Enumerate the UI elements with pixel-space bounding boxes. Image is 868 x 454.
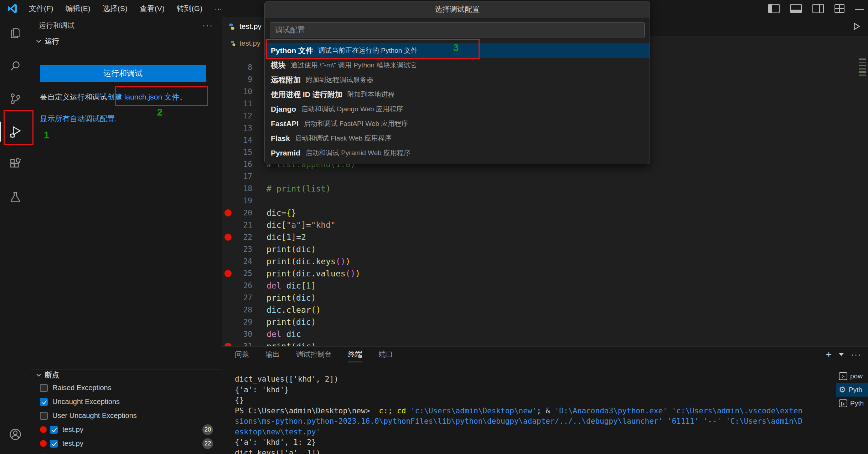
breakpoint-checkbox[interactable] bbox=[40, 398, 48, 406]
code-line: 27 print(dic) bbox=[222, 292, 868, 304]
panel-tab[interactable]: 输出 bbox=[265, 347, 280, 362]
sidebar-item-testing[interactable] bbox=[0, 181, 30, 214]
breakpoints-section-label: 断点 bbox=[45, 370, 59, 380]
account-item[interactable] bbox=[0, 415, 30, 454]
panel-tab[interactable]: 终端 bbox=[348, 347, 362, 362]
quickpick-item-label: Flask bbox=[271, 134, 290, 143]
create-launch-json-link[interactable]: 创建 launch.json 文件 bbox=[107, 93, 179, 101]
quickpick-item[interactable]: Pyramid 启动和调试 Pyramid Web 应用程序 bbox=[265, 146, 650, 160]
menu-item[interactable]: 文件(F) bbox=[23, 4, 60, 14]
code-line: 29 print(dic) bbox=[222, 316, 868, 328]
activity-bar bbox=[0, 17, 31, 454]
line-number: 12 bbox=[232, 112, 252, 120]
code-line: 22 dic[1]=2 bbox=[222, 231, 868, 243]
breakpoint-checkbox[interactable] bbox=[40, 412, 48, 420]
breakpoint-checkbox[interactable] bbox=[50, 426, 58, 434]
breakpoint-dot-icon[interactable] bbox=[224, 234, 232, 241]
minimize-icon[interactable]: — bbox=[855, 4, 864, 14]
quickpick-item-label: Python 文件 bbox=[271, 46, 313, 56]
terminal-output[interactable]: dict_values(['khd', 2]) {'a': 'khd'} {} … bbox=[222, 362, 835, 454]
show-all-debug-configs-link[interactable]: 显示所有自动调试配置. bbox=[40, 114, 117, 123]
panel-tab[interactable]: 调试控制台 bbox=[296, 347, 332, 362]
code-line: 25 print(dic.values()) bbox=[222, 267, 868, 280]
line-number: 25 bbox=[232, 269, 252, 278]
quickpick-item[interactable]: Python 文件 调试当前正在运行的 Python 文件 bbox=[265, 43, 650, 58]
debug-config-input[interactable] bbox=[270, 22, 645, 37]
sidebar-item-source-control[interactable] bbox=[0, 82, 30, 115]
line-number: 27 bbox=[232, 294, 252, 302]
views-more-actions-icon[interactable]: ··· bbox=[202, 20, 213, 30]
toggle-sidebar-icon[interactable] bbox=[768, 4, 780, 13]
menu-item[interactable]: 查看(V) bbox=[134, 4, 171, 14]
files-icon bbox=[9, 26, 22, 40]
quickpick-item[interactable]: 远程附加 附加到远程调试服务器 bbox=[265, 72, 650, 87]
quickpick-item-description: 启动和调试 FastAPI Web 应用程序 bbox=[304, 119, 408, 128]
toggle-panel-icon[interactable] bbox=[790, 4, 802, 13]
quickpick-item[interactable]: 模块 通过使用 \"-m\" 调用 Python 模块来调试它 bbox=[265, 58, 650, 72]
breakpoint-row[interactable]: test.py 22 bbox=[30, 437, 222, 450]
breakpoint-dot-icon[interactable] bbox=[224, 270, 232, 277]
sidebar-item-search[interactable] bbox=[0, 50, 30, 82]
run-and-debug-icon bbox=[8, 124, 22, 139]
sidebar-item-explorer[interactable] bbox=[0, 17, 30, 50]
breakpoint-dot-icon[interactable] bbox=[224, 343, 232, 346]
code-text: print(dic) bbox=[252, 245, 316, 254]
quickpick-item-description: 调试当前正在运行的 Python 文件 bbox=[318, 46, 418, 55]
breakpoint-checkbox[interactable] bbox=[50, 440, 58, 448]
sidebar-item-extensions[interactable] bbox=[0, 148, 30, 181]
panel-tab[interactable]: 问题 bbox=[235, 347, 249, 362]
breakpoint-row[interactable] bbox=[30, 450, 222, 454]
code-line: 26 del dic[1] bbox=[222, 280, 868, 292]
quickpick-item[interactable]: Flask 启动和调试 Flask Web 应用程序 bbox=[265, 131, 650, 146]
quickpick-item[interactable]: 使用进程 ID 进行附加 附加到本地进程 bbox=[265, 87, 650, 102]
sidebar-item-run-and-debug[interactable] bbox=[0, 115, 30, 148]
line-number: 22 bbox=[232, 233, 252, 241]
breakpoint-row[interactable]: test.py 20 bbox=[30, 423, 222, 437]
menu-item[interactable]: 编辑(E) bbox=[60, 4, 97, 14]
toggle-secondary-sidebar-icon[interactable] bbox=[812, 4, 824, 13]
line-number: 21 bbox=[232, 221, 252, 229]
breakpoint-row[interactable]: User Uncaught Exceptions bbox=[30, 409, 222, 423]
quickpick-item[interactable]: FastAPI 启动和调试 FastAPI Web 应用程序 bbox=[265, 116, 650, 131]
panel-tab[interactable]: 端口 bbox=[379, 347, 393, 362]
bottom-panel: 问题 输出 调试控制台 终端 端口 + ··· dict_values(['kh… bbox=[222, 346, 868, 454]
breakpoint-dot-icon bbox=[40, 426, 47, 433]
run-section-header[interactable]: 运行 bbox=[30, 34, 222, 48]
quickpick-item-label: 远程附加 bbox=[271, 75, 301, 85]
customize-layout-icon[interactable] bbox=[835, 4, 844, 13]
run-python-file-button[interactable] bbox=[852, 22, 861, 31]
breakpoint-row[interactable]: Raised Exceptions bbox=[30, 381, 222, 395]
quickpick-item[interactable]: Django 启动和调试 Django Web 应用程序 bbox=[265, 102, 650, 116]
breakpoint-checkbox[interactable] bbox=[40, 384, 48, 392]
breakpoint-row[interactable]: Uncaught Exceptions bbox=[30, 395, 222, 409]
debug-config-quickpick: 选择调试配置 Python 文件 调试当前正在运行的 Python 文件 模块 … bbox=[264, 1, 650, 164]
breakpoints-section-header[interactable]: 断点 bbox=[30, 369, 222, 380]
minimap[interactable] bbox=[858, 57, 867, 78]
terminal-instance[interactable]: ⚙ Pyth bbox=[836, 383, 868, 397]
code-line: 23 print(dic) bbox=[222, 243, 868, 255]
line-number: 30 bbox=[232, 330, 252, 338]
menu-item[interactable]: ··· bbox=[208, 4, 228, 13]
code-text: dic.clear() bbox=[252, 305, 321, 315]
breakpoint-dot-icon bbox=[40, 440, 47, 447]
menu-item[interactable]: 转到(G) bbox=[171, 4, 208, 14]
run-and-debug-button[interactable]: 运行和调试 bbox=[40, 65, 206, 82]
terminal-dropdown-chevron-icon[interactable] bbox=[839, 353, 844, 356]
terminal-instance[interactable]: ▷ Pyth bbox=[836, 397, 868, 410]
new-terminal-icon[interactable]: + bbox=[826, 350, 832, 359]
panel-more-actions-icon[interactable]: ··· bbox=[851, 350, 862, 359]
code-line: 28 dic.clear() bbox=[222, 304, 868, 316]
breakpoint-dot-icon[interactable] bbox=[224, 209, 232, 216]
menu-item[interactable]: 选择(S) bbox=[97, 4, 134, 14]
quickpick-title: 选择调试配置 bbox=[265, 1, 650, 17]
breakpoint-label: test.py bbox=[62, 439, 83, 448]
quickpick-item-description: 附加到远程调试服务器 bbox=[306, 75, 373, 85]
code-text: print(dic) bbox=[252, 342, 316, 346]
terminal-instance[interactable]: > pow bbox=[836, 369, 868, 383]
vscode-logo-icon bbox=[7, 3, 18, 14]
quickpick-item-label: 模块 bbox=[271, 60, 286, 70]
code-line: 18 # print(list) bbox=[222, 183, 868, 195]
line-number: 24 bbox=[232, 257, 252, 266]
panel-tab-bar: 问题 输出 调试控制台 终端 端口 bbox=[222, 347, 868, 362]
quickpick-item-description: 启动和调试 Flask Web 应用程序 bbox=[295, 134, 392, 143]
